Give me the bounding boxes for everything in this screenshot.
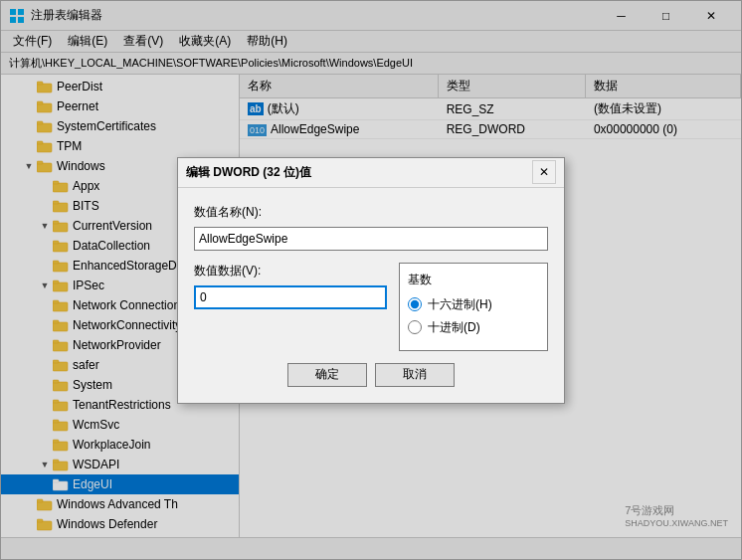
value-label: 数值数据(V): (194, 263, 387, 280)
base-title: 基数 (408, 272, 539, 288)
ok-button[interactable]: 确定 (287, 363, 367, 387)
value-input[interactable] (194, 285, 387, 309)
dec-label: 十进制(D) (428, 319, 480, 336)
dec-radio-item[interactable]: 十进制(D) (408, 319, 539, 336)
name-label: 数值名称(N): (194, 204, 548, 221)
base-section: 基数 十六进制(H) 十进制(D) (399, 263, 548, 351)
cancel-button[interactable]: 取消 (375, 363, 455, 387)
dialog-body: 数值名称(N): 数值数据(V): 基数 十六进制(H) (178, 188, 564, 403)
hex-radio[interactable] (408, 297, 422, 311)
value-section: 数值数据(V): (194, 263, 387, 351)
edit-dword-dialog: 编辑 DWORD (32 位)值 ✕ 数值名称(N): 数值数据(V): 基数 (177, 157, 565, 404)
hex-label: 十六进制(H) (428, 296, 492, 313)
dialog-buttons: 确定 取消 (194, 363, 548, 387)
base-box: 基数 十六进制(H) 十进制(D) (399, 263, 548, 351)
modal-overlay: 编辑 DWORD (32 位)值 ✕ 数值名称(N): 数值数据(V): 基数 (0, 0, 742, 560)
dec-radio[interactable] (408, 320, 422, 334)
name-input[interactable] (194, 227, 548, 251)
dialog-row: 数值数据(V): 基数 十六进制(H) 十进制(D) (194, 263, 548, 351)
hex-radio-item[interactable]: 十六进制(H) (408, 296, 539, 313)
dialog-close-button[interactable]: ✕ (532, 160, 556, 184)
dialog-title: 编辑 DWORD (32 位)值 (186, 164, 532, 181)
dialog-title-bar: 编辑 DWORD (32 位)值 ✕ (178, 158, 564, 188)
